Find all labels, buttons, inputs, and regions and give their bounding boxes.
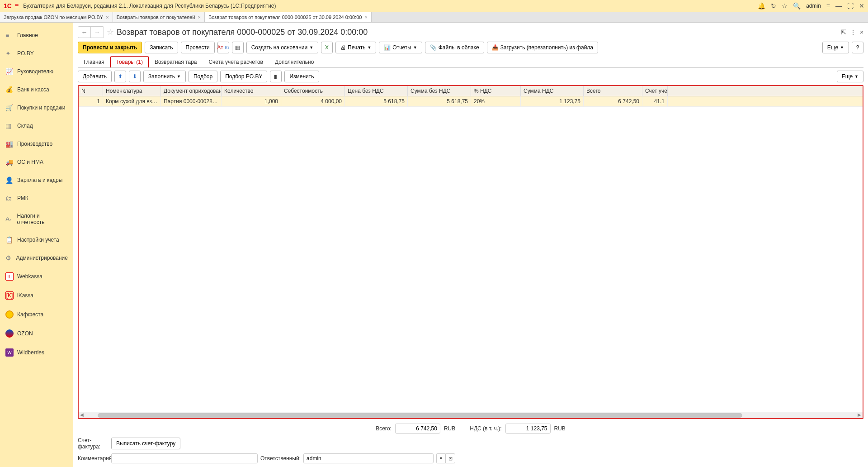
subtab-main[interactable]: Главная — [78, 56, 110, 67]
sidebar-item-ozon[interactable]: OZON — [0, 324, 73, 343]
more-button[interactable]: Еще ▼ — [822, 42, 849, 53]
sidebar-item-webkassa[interactable]: ШWebkassa — [0, 267, 73, 286]
main-menu-icon[interactable]: ≡ — [14, 2, 19, 10]
add-row-button[interactable]: Добавить — [78, 71, 112, 82]
move-down-button[interactable]: ⬇ — [129, 71, 141, 82]
sidebar-item-sales[interactable]: 🛒Покупки и продажи — [0, 99, 73, 117]
subtab-extra[interactable]: Дополнительно — [269, 56, 320, 67]
kebab-icon[interactable]: ⋮ — [850, 29, 856, 36]
minimize-icon[interactable]: — — [835, 2, 842, 10]
create-based-button[interactable]: Создать на основании ▼ — [246, 42, 318, 53]
scroll-left-icon[interactable]: ◀ — [79, 412, 85, 418]
cell-sum[interactable]: 5 618,75 — [408, 96, 471, 106]
forward-button[interactable]: → — [91, 27, 104, 38]
load-from-file-button[interactable]: 📥 Загрузить (перезаполнить) из файла — [487, 42, 598, 53]
search-icon[interactable]: 🔍 — [793, 2, 801, 10]
cell-total[interactable]: 6 742,50 — [584, 96, 642, 106]
close-icon[interactable]: × — [106, 14, 108, 20]
col-cost[interactable]: Себестоимость — [281, 86, 345, 96]
sidebar-item-rmk[interactable]: 🗂РМК — [0, 189, 73, 207]
post-button[interactable]: Провести — [181, 42, 215, 53]
fill-button[interactable]: Заполнить ▼ — [143, 71, 186, 82]
scroll-right-icon[interactable]: ▶ — [856, 412, 863, 418]
col-sumvat[interactable]: Сумма НДС — [521, 86, 584, 96]
issue-invoice-button[interactable]: Выписать счет-фактуру — [111, 438, 180, 449]
scroll-thumb[interactable] — [98, 413, 742, 418]
reports-button[interactable]: 📊 Отчеты ▼ — [379, 42, 422, 53]
tab-ozon-load[interactable]: Загрузка продаж OZON по месяцам PO.BY× — [0, 12, 113, 22]
cell-vat[interactable]: 20% — [471, 96, 521, 106]
total-field[interactable] — [395, 424, 440, 434]
excel-button[interactable]: X — [321, 42, 333, 53]
open-ref-icon[interactable]: ⊡ — [445, 453, 455, 463]
help-button[interactable]: ? — [852, 42, 863, 53]
history-icon[interactable]: ↻ — [771, 2, 776, 10]
sidebar-item-tax[interactable]: АᵣНалоги и отчетность — [0, 207, 73, 231]
col-qty[interactable]: Количество — [222, 86, 281, 96]
responsible-field[interactable] — [303, 453, 434, 463]
post-and-close-button[interactable]: Провести и закрыть — [78, 42, 142, 53]
sidebar-item-bank[interactable]: 💰Банк и касса — [0, 81, 73, 99]
dtkt-button[interactable]: AтКт — [217, 42, 229, 53]
col-vat[interactable]: % НДС — [471, 86, 521, 96]
edit-button[interactable]: Изменить — [284, 71, 319, 82]
col-n[interactable]: N — [79, 86, 103, 96]
close-icon[interactable]: × — [198, 14, 201, 20]
bell-icon[interactable]: 🔔 — [758, 2, 765, 10]
pick-button[interactable]: Подбор — [189, 71, 217, 82]
subtab-tare[interactable]: Возвратная тара — [149, 56, 203, 67]
favorite-icon[interactable]: ☆ — [107, 27, 114, 37]
sidebar-item-warehouse[interactable]: ▦Склад — [0, 117, 73, 135]
back-button[interactable]: ← — [78, 27, 91, 38]
sidebar-item-manager[interactable]: 📈Руководителю — [0, 62, 73, 81]
sidebar-item-hr[interactable]: 👤Зарплата и кадры — [0, 171, 73, 189]
write-button[interactable]: Записать — [145, 42, 178, 53]
cell-sumvat[interactable]: 1 123,75 — [521, 96, 584, 106]
cell-cost[interactable]: 4 000,00 — [281, 96, 345, 106]
col-price[interactable]: Цена без НДС — [345, 86, 408, 96]
cell-qty[interactable]: 1,000 — [222, 96, 281, 106]
cell-price[interactable]: 5 618,75 — [345, 96, 408, 106]
dropdown-icon[interactable]: ▼ — [436, 453, 445, 463]
print-button[interactable]: 🖨 Печать ▼ — [335, 42, 376, 53]
move-up-button[interactable]: ⬆ — [114, 71, 126, 82]
cell-acct[interactable]: 41.1 — [642, 96, 668, 106]
close-icon[interactable]: × — [364, 14, 367, 20]
comment-field[interactable] — [111, 453, 258, 463]
col-total[interactable]: Всего — [584, 86, 642, 96]
sidebar-item-assets[interactable]: 🚚ОС и НМА — [0, 153, 73, 171]
cell-n[interactable]: 1 — [79, 96, 103, 106]
star-icon[interactable]: ☆ — [782, 2, 788, 10]
settings-icon[interactable]: ≡ — [826, 2, 830, 10]
maximize-icon[interactable]: ⛶ — [847, 2, 854, 10]
cloud-files-button[interactable]: 📎 Файлы в облаке — [425, 42, 484, 53]
close-panel-icon[interactable]: × — [860, 29, 863, 36]
responsible-picker[interactable]: ▼ ⊡ — [436, 453, 455, 463]
sidebar-item-kaffesta[interactable]: Каффеста — [0, 305, 73, 324]
user-label[interactable]: admin — [806, 3, 821, 9]
tab-return-doc[interactable]: Возврат товаров от покупателя 0000-00002… — [205, 12, 372, 22]
vat-field[interactable] — [505, 424, 551, 434]
sidebar-item-admin[interactable]: ⚙Администрирование — [0, 249, 73, 267]
sidebar-item-main[interactable]: ≡Главное — [0, 26, 73, 44]
col-doc[interactable]: Документ оприходования — [161, 86, 222, 96]
pick-poby-button[interactable]: Подбор PO.BY — [220, 71, 267, 82]
subtab-accounts[interactable]: Счета учета расчетов — [203, 56, 269, 67]
col-nomenclature[interactable]: Номенклатура — [103, 86, 161, 96]
grid-body[interactable]: 1 Корм сухой для взро… Партия 0000-00028… — [79, 96, 863, 412]
horizontal-scrollbar[interactable]: ◀ ▶ — [79, 412, 863, 418]
close-window-icon[interactable]: ✕ — [859, 2, 864, 10]
sidebar-item-acct-settings[interactable]: 📋Настройки учета — [0, 231, 73, 249]
tab-returns-list[interactable]: Возвраты товаров от покупателей× — [113, 12, 205, 22]
sidebar-item-poby[interactable]: ✦PO.BY — [0, 44, 73, 62]
col-sum[interactable]: Сумма без НДС — [408, 86, 471, 96]
sidebar-item-ikassa[interactable]: [K]iKassa — [0, 286, 73, 305]
barcode-button[interactable]: ⫼ — [270, 71, 282, 82]
cell-doc[interactable]: Партия 0000-000280 от … — [161, 96, 222, 106]
cell-nom[interactable]: Корм сухой для взро… — [103, 96, 161, 106]
link-icon[interactable]: ⇱ — [841, 29, 846, 36]
sidebar-item-wildberries[interactable]: WWildberries — [0, 343, 73, 362]
col-acct[interactable]: Счет учета — [642, 86, 668, 96]
subtab-goods[interactable]: Товары (1) — [110, 56, 149, 67]
table-row[interactable]: 1 Корм сухой для взро… Партия 0000-00028… — [79, 96, 863, 107]
